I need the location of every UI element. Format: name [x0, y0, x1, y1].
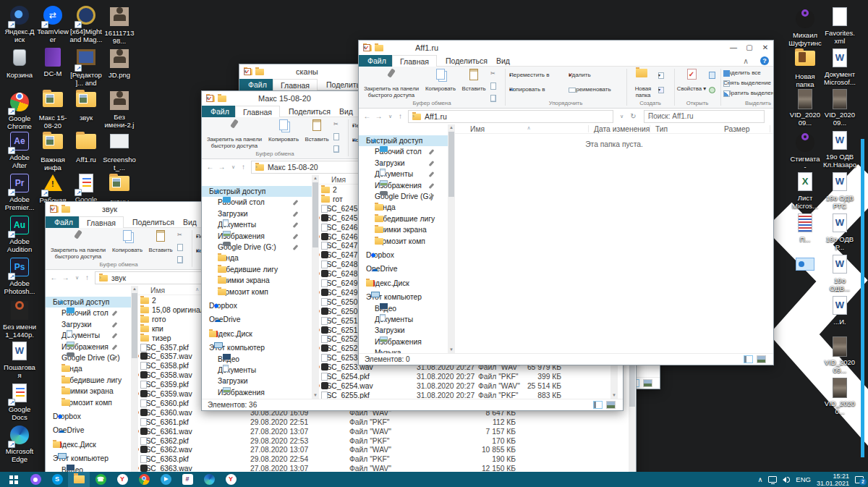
sidebar-item[interactable]: Изображения — [202, 387, 319, 398]
file-row[interactable]: DSC_6361.pkf 29.08.2020 22:51 Файл "PKF"… — [138, 418, 636, 428]
file-row[interactable]: DSC_6362.pkf 29.08.2020 22:53 Файл "PKF"… — [138, 437, 636, 446]
paste-button[interactable]: Вставить — [302, 119, 332, 149]
sidebar-item[interactable]: ↓Загрузки — [46, 319, 138, 330]
cut-icon[interactable]: ✂ — [177, 229, 189, 241]
sidebar-item[interactable]: победившие лигу — [46, 375, 138, 386]
sidebar-item[interactable]: Яндекс.Диск — [359, 278, 455, 289]
thumbnail-view-toggle[interactable] — [606, 401, 616, 409]
column-type[interactable]: Тип — [655, 124, 668, 134]
nav-scrollbar[interactable]: ▲▼ — [448, 124, 455, 353]
recent-locations-icon[interactable]: ∨ — [385, 111, 396, 122]
sidebar-item[interactable]: винда — [46, 363, 138, 374]
tab-home[interactable]: Главная — [235, 106, 280, 117]
collapse-ribbon-icon[interactable]: ∧ — [736, 55, 756, 67]
desktop-icon[interactable]: Новая папка — [788, 47, 822, 88]
details-view-toggle[interactable] — [744, 355, 753, 363]
tab-file[interactable]: Файл — [46, 216, 82, 228]
back-button[interactable]: ← — [48, 272, 59, 284]
sidebar-item[interactable]: тормозит комп — [46, 397, 138, 408]
sidebar-item[interactable]: Этот компьютер — [46, 453, 138, 464]
taskbar-start-icon[interactable] — [3, 472, 25, 487]
up-button[interactable]: ↑ — [395, 111, 406, 122]
sidebar-item[interactable]: ★Быстрый доступ — [359, 135, 455, 146]
copy-button[interactable]: Копировать — [111, 229, 144, 260]
search-box[interactable]: ⌕ Поиск: Aff1.ru — [644, 110, 765, 123]
desktop-icon[interactable]: W19о ОДВ Кл.Назаро... — [823, 130, 856, 169]
desktop-icon[interactable]: ↗Яндекс.Диск — [3, 4, 36, 43]
quick-access-toolbar[interactable]: |✓▾| — [244, 67, 264, 77]
desktop-icon[interactable]: W19о ОДВ... — [823, 253, 856, 292]
sidebar-item[interactable]: Снимки экрана — [359, 224, 455, 235]
edit-icon[interactable] — [709, 69, 719, 81]
desktop-icon[interactable]: ↗[x64]Might and Mag... — [69, 4, 103, 43]
invert-selection-button[interactable]: Обратить выделение — [723, 88, 773, 99]
sidebar-item[interactable]: ♪Музыка — [359, 347, 455, 353]
desktop-icon[interactable]: Стигмата - Сентябр... — [788, 130, 822, 171]
volume-icon[interactable] — [783, 477, 790, 483]
sidebar-item[interactable]: тормозит комп — [359, 236, 455, 247]
copy-button[interactable]: Копировать — [424, 68, 457, 98]
desktop-icon[interactable]: Без имени-2.jpg — [103, 88, 136, 130]
address-dropdown-icon[interactable]: ∨ — [616, 111, 627, 122]
file-row[interactable]: DSC_6362.wav 27.08.2020 13:07 Файл "WAV"… — [138, 446, 636, 455]
tab-view[interactable]: Вид — [332, 106, 360, 117]
desktop-icon[interactable]: ↗[Редактор]... and Magic ... — [69, 46, 103, 88]
desktop-icon[interactable]: Screenshot_... — [103, 130, 136, 171]
sidebar-item[interactable]: Видео — [359, 303, 455, 314]
desktop-icon[interactable]: Ae↗Adobe After Effects 2020 — [3, 130, 36, 170]
desktop-icon[interactable]: VID_202009... — [823, 88, 856, 127]
sidebar-item[interactable]: Изображения — [46, 342, 138, 352]
column-name[interactable]: Имя — [331, 175, 346, 185]
properties-button[interactable]: ✓Свойства ▾ — [676, 68, 707, 98]
desktop-icon[interactable]: W19о ОДВ РТС Горького.d... — [823, 171, 856, 211]
taskbar-chrome-icon[interactable] — [133, 472, 155, 487]
thumbnail-view-toggle[interactable] — [757, 355, 766, 363]
tab-home[interactable]: Главная — [392, 55, 437, 67]
sidebar-item[interactable]: ☁OneDrive — [359, 263, 455, 274]
desktop-icon[interactable]: Макс 15-08-20 — [36, 88, 69, 130]
sidebar-item[interactable]: винда — [202, 253, 319, 263]
sidebar-item[interactable]: Рабочий стол — [46, 308, 138, 318]
details-view-toggle[interactable] — [593, 401, 603, 409]
back-button[interactable]: ← — [205, 161, 216, 173]
paste-button[interactable]: Вставить — [145, 229, 176, 260]
quick-access-toolbar[interactable]: |✓▾| — [50, 204, 70, 214]
desktop-icon[interactable]: звук — [69, 88, 103, 122]
desktop-icon[interactable]: Корзина — [3, 46, 36, 79]
close-button[interactable]: ✕ — [757, 41, 773, 55]
up-button[interactable]: ↑ — [82, 272, 93, 284]
column-name[interactable]: Имя — [150, 286, 165, 295]
minimize-button[interactable]: — — [726, 41, 741, 55]
nav-scrollbar[interactable]: ▲▼ — [312, 175, 319, 399]
forward-button[interactable]: → — [60, 272, 71, 284]
sidebar-item[interactable]: Яндекс.Диск — [46, 439, 138, 450]
desktop-icon[interactable]: 1611171398... — [103, 4, 136, 45]
refresh-icon[interactable]: ↻ — [628, 111, 639, 122]
cut-icon[interactable]: ✂ — [333, 119, 345, 130]
tab-file[interactable]: Файл — [202, 106, 238, 117]
tab-share[interactable]: Поделиться — [281, 106, 338, 117]
forward-button[interactable]: → — [373, 111, 384, 122]
sidebar-item[interactable]: Рабочий стол — [202, 197, 319, 208]
sidebar-item[interactable]: тормозит комп — [202, 287, 319, 297]
desktop-icon[interactable]: Ps↗Adobe Photosh... — [3, 256, 36, 295]
copy-to-button[interactable]: ⇒Копировать в ▾ — [509, 84, 567, 96]
desktop-icon[interactable]: VID_20200... — [823, 377, 856, 415]
help-icon[interactable]: ? — [760, 56, 769, 65]
file-row[interactable]: DSC_6254.wav 31.08.2020 20:27 Файл "WAV"… — [319, 382, 623, 391]
nav-scrollbar[interactable]: ▲▼ — [131, 286, 138, 478]
sidebar-item[interactable]: Документы — [202, 219, 319, 230]
sidebar-item[interactable]: ↓Загрузки — [202, 376, 319, 386]
desktop-icon[interactable]: ↗Google Chrome — [3, 88, 36, 130]
pin-to-quick-access-button[interactable]: Закрепить на панели быстрого доступа — [203, 119, 265, 149]
sidebar-item[interactable]: Видео — [202, 354, 319, 365]
recent-locations-icon[interactable]: ∨ — [228, 161, 239, 173]
new-folder-button[interactable]: Новая папка — [628, 68, 658, 98]
tab-file[interactable]: Файл — [359, 55, 395, 67]
move-to-button[interactable]: →Переместить в ▾ — [509, 69, 567, 81]
pin-to-quick-access-button[interactable]: Закрепить на панели быстрого доступа — [47, 229, 109, 260]
sidebar-item[interactable]: винда — [359, 202, 455, 213]
desktop-icon[interactable]: ↗Microsoft Edge — [3, 424, 36, 463]
desktop-icon[interactable]: !↗Рабочая — [36, 172, 69, 204]
breadcrumb[interactable]: ›Aff1.ru — [408, 110, 613, 123]
